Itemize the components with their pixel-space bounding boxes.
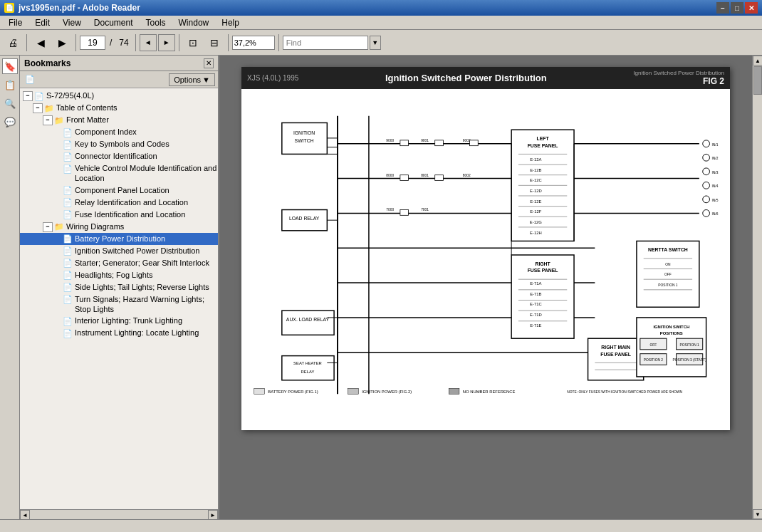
options-button[interactable]: Options ▼ <box>169 73 215 86</box>
item-label-turnsig: Turn Signals; Hazard Warning Lights; Sto… <box>75 294 218 315</box>
tree-item-comppanel[interactable]: 📄 Component Panel Location <box>20 184 218 197</box>
page-total: 74 <box>116 38 131 48</box>
tree-item-starter[interactable]: 📄 Starter; Generator; Gear Shift Interlo… <box>20 257 218 269</box>
tree-item-sidelights[interactable]: 📄 Side Lights; Tail Lights; Reverse Ligh… <box>20 281 218 293</box>
tree-item-fuseid[interactable]: 📄 Fuse Identification and Location <box>20 209 218 221</box>
scroll-left-button[interactable]: ◄ <box>20 510 30 519</box>
back-button[interactable]: ◀ <box>31 33 51 53</box>
svg-text:NERTTA SWITCH: NERTTA SWITCH <box>648 247 688 252</box>
page-separator: / <box>107 38 115 48</box>
svg-text:AUX. LOAD RELAY: AUX. LOAD RELAY <box>286 317 330 322</box>
scroll-track <box>30 510 208 519</box>
expand-wiringdiag[interactable]: − <box>43 222 53 232</box>
doc-icon-ignsw: 📄 <box>63 246 73 256</box>
tree-horizontal-scrollbar[interactable]: ◄ ► <box>20 509 218 519</box>
tree-item-keysym[interactable]: 📄 Key to Symbols and Codes <box>20 138 218 150</box>
panel-close-button[interactable]: ✕ <box>204 58 214 68</box>
zoom-input[interactable]: 37,2% <box>232 36 275 50</box>
doc-icon-sidelights: 📄 <box>63 283 73 293</box>
scroll-thumb-right[interactable] <box>753 66 762 95</box>
next-page-button[interactable]: ► <box>158 34 175 51</box>
tree-item-turnsig[interactable]: 📄 Turn Signals; Hazard Warning Lights; S… <box>20 293 218 315</box>
tree-item-headlights[interactable]: 📄 Headlights; Fog Lights <box>20 269 218 281</box>
menu-view[interactable]: View <box>57 16 87 29</box>
right-scrollbar[interactable]: ▲ ▼ <box>752 56 762 519</box>
doc-icon-compindex: 📄 <box>63 127 73 137</box>
item-label-sidelights: Side Lights; Tail Lights; Reverse Lights <box>75 282 218 292</box>
forward-button[interactable]: ▶ <box>52 33 72 53</box>
svg-text:9001: 9001 <box>421 139 429 142</box>
tree-item-connid[interactable]: 📄 Connector Identification <box>20 150 218 162</box>
tree-item-vcmid[interactable]: 📄 Vehicle Control Module Identification … <box>20 162 218 184</box>
item-label-root: S-72/95(4.0L) <box>46 90 218 100</box>
svg-text:E-12D: E-12D <box>530 189 542 193</box>
menu-help[interactable]: Help <box>216 16 245 29</box>
title-bar: 📄 jvs1995en.pdf - Adobe Reader − □ ✕ <box>0 0 762 16</box>
print-button[interactable]: 🖨 <box>3 33 23 53</box>
svg-text:7001: 7001 <box>421 208 429 212</box>
comments-sidebar-icon[interactable]: 💬 <box>2 114 18 130</box>
menu-file[interactable]: File <box>3 16 28 29</box>
svg-text:FUSE PANEL: FUSE PANEL <box>528 143 558 148</box>
svg-point-79 <box>703 168 710 175</box>
svg-rect-98 <box>435 140 444 146</box>
page-number-input[interactable]: 19 <box>80 36 105 50</box>
tree-item-instlighting[interactable]: 📄 Instrument Lighting: Locate Lighting <box>20 327 218 339</box>
svg-rect-99 <box>470 140 479 146</box>
close-button[interactable]: ✕ <box>745 2 758 14</box>
tree-item-intlighting[interactable]: 📄 Interior Lighting: Trunk Lighting <box>20 315 218 327</box>
expand-root[interactable]: − <box>23 91 33 101</box>
svg-rect-56 <box>282 311 334 335</box>
svg-point-77 <box>703 140 710 147</box>
panel-new-button[interactable]: 📄 <box>23 73 37 86</box>
expand-toc[interactable]: − <box>33 103 43 113</box>
doc-icon-headlights: 📄 <box>63 271 73 281</box>
tree-item-root[interactable]: − 📄 S-72/95(4.0L) <box>20 90 218 102</box>
item-label-frontmatter: Front Matter <box>66 115 218 125</box>
tree-item-relayid[interactable]: 📄 Relay Identification and Location <box>20 197 218 209</box>
menu-document[interactable]: Document <box>88 16 139 29</box>
item-label-comppanel: Component Panel Location <box>75 185 218 195</box>
tree-item-batpwr[interactable]: 📄 Battery Power Distribution <box>20 233 218 245</box>
menu-window[interactable]: Window <box>173 16 215 29</box>
scroll-up-button[interactable]: ▲ <box>753 56 762 66</box>
svg-text:E-12A: E-12A <box>530 157 541 162</box>
svg-rect-101 <box>435 175 444 181</box>
menu-tools[interactable]: Tools <box>140 16 172 29</box>
file-icon: 📄 <box>34 91 44 101</box>
title-text: jvs1995en.pdf - Adobe Reader <box>19 3 140 13</box>
pdf-header-prefix: XJS (4.0L) 1995 <box>247 74 298 82</box>
tree-item-compindex[interactable]: 📄 Component Index <box>20 126 218 138</box>
tree-item-ignsw[interactable]: 📄 Ignition Switched Power Distribution <box>20 245 218 257</box>
item-label-instlighting: Instrument Lighting: Locate Lighting <box>75 328 218 338</box>
folder-icon-wiringdiag: 📁 <box>54 222 64 232</box>
svg-text:E-71A: E-71A <box>530 281 541 286</box>
tree-item-toc[interactable]: − 📁 Table of Contents <box>20 102 218 114</box>
fit-page-button[interactable]: ⊡ <box>183 33 203 53</box>
svg-text:IN/4: IN/4 <box>711 184 718 188</box>
scroll-right-button[interactable]: ► <box>208 510 218 519</box>
svg-rect-58 <box>282 356 334 380</box>
pages-sidebar-icon[interactable]: 📋 <box>2 77 18 93</box>
bookmarks-sidebar-icon[interactable]: 🔖 <box>2 58 18 74</box>
svg-rect-103 <box>254 389 265 395</box>
expand-frontmatter[interactable]: − <box>43 115 53 125</box>
minimize-button[interactable]: − <box>716 2 729 14</box>
tree-item-frontmatter[interactable]: − 📁 Front Matter <box>20 114 218 126</box>
svg-text:E-12E: E-12E <box>530 199 541 204</box>
find-dropdown-button[interactable]: ▼ <box>370 36 381 50</box>
item-label-compindex: Component Index <box>75 127 218 137</box>
search-sidebar-icon[interactable]: 🔍 <box>2 95 18 111</box>
pdf-header: XJS (4.0L) 1995 Ignition Switched Power … <box>241 67 730 89</box>
fit-width-button[interactable]: ⊟ <box>204 33 224 53</box>
doc-icon-turnsig: 📄 <box>63 295 73 305</box>
document-area[interactable]: XJS (4.0L) 1995 Ignition Switched Power … <box>219 56 752 519</box>
svg-text:E-12H: E-12H <box>530 231 542 235</box>
svg-point-78 <box>703 154 710 161</box>
tree-item-wiringdiag[interactable]: − 📁 Wiring Diagrams <box>20 221 218 233</box>
prev-page-button[interactable]: ◄ <box>140 34 157 51</box>
scroll-down-button[interactable]: ▼ <box>753 509 762 519</box>
find-input[interactable] <box>283 36 368 50</box>
menu-edit[interactable]: Edit <box>29 16 56 29</box>
maximize-button[interactable]: □ <box>731 2 743 14</box>
